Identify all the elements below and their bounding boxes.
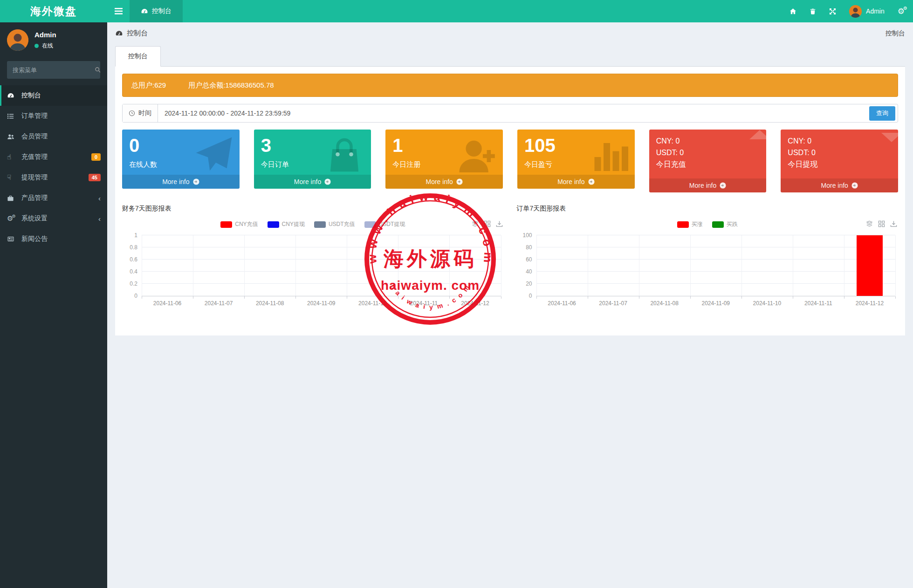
hand-down-icon: ☟ [7,174,19,181]
x-axis-tick-label: 2024-11-08 [650,300,679,307]
sidebar-search [7,61,100,79]
legend-item[interactable]: USDT充值 [314,220,355,228]
fullscreen-icon[interactable] [829,8,836,15]
sidebar-item-products[interactable]: 产品管理‹ [0,188,107,208]
sidebar-item-label: 充值管理 [21,153,48,161]
legend-item[interactable]: USDT提现 [364,220,405,228]
more-info-link[interactable]: More info [517,175,635,189]
y-axis-tick-label: 0.8 [130,244,137,251]
sidebar-item-withdraw[interactable]: ☟提现管理45 [0,167,107,188]
navbar-tab-dashboard[interactable]: 控制台 [130,0,183,22]
y-axis-tick-label: 0.4 [130,268,137,275]
info-box-label: 今日充值 [656,159,760,171]
y-axis-tick-label: 1 [134,232,137,239]
orders-7day-chart: 订单7天图形报表 买涨买跌 [517,205,899,313]
search-input[interactable] [7,61,95,79]
breadcrumb-label: 控制台 [127,29,148,38]
x-axis-tick-label: 2024-11-08 [256,300,284,307]
sidebar-badge: 0 [91,153,101,161]
legend-swatch [712,221,724,228]
navbar-username: Admin [866,7,885,15]
legend-item[interactable]: CNY提现 [268,220,305,228]
x-axis-tick-label: 2024-11-11 [410,300,438,307]
sidebar-user-panel: Admin 在线 [0,22,107,56]
download-icon[interactable] [890,220,897,227]
home-icon[interactable] [789,8,796,15]
arrow-circle-right-icon [193,178,199,185]
chart-plot: 0204060801002024-11-062024-11-072024-11-… [536,235,896,296]
download-icon[interactable] [496,220,503,227]
sidebar-item-label: 提现管理 [21,173,48,182]
search-button[interactable] [95,61,100,79]
x-axis-tick-label: 2024-11-07 [599,300,627,307]
news-icon [7,236,19,242]
legend-swatch [314,221,326,228]
users-icon [7,133,19,140]
sidebar-item-news[interactable]: 新闻公告 [0,229,107,249]
sidebar-item-dashboard[interactable]: 控制台 [0,85,107,106]
x-axis-tick-label: 2024-11-10 [358,300,387,307]
sidebar-item-orders[interactable]: 订单管理 [0,106,107,126]
data-view-icon[interactable] [484,220,491,227]
chart-title: 订单7天图形报表 [517,205,899,213]
chart-bar [857,235,883,296]
info-box-cny: CNY: 0 [656,136,760,147]
more-info-link[interactable]: More info [649,178,767,192]
x-axis-tick-label: 2024-11-06 [548,300,576,307]
more-info-link[interactable]: More info [385,175,503,189]
y-axis-tick-label: 100 [522,232,532,239]
x-axis-tick-label: 2024-11-12 [856,300,884,307]
sidebar-item-members[interactable]: 会员管理 [0,126,107,147]
x-axis-tick-label: 2024-11-09 [702,300,730,307]
info-box-cny: CNY: 0 [788,136,891,147]
y-axis-tick-label: 80 [526,244,532,251]
info-box-usdt: USDT: 0 [788,147,891,159]
breadcrumb-right: 控制台 [886,29,905,38]
navbar-user-menu[interactable]: Admin [849,5,885,18]
query-button[interactable]: 查询 [869,106,895,121]
trash-icon[interactable] [810,8,816,15]
sidebar-user-name: Admin [34,31,56,39]
date-range-input[interactable] [158,104,865,122]
info-box-today-orders: 3 今日订单 More info [254,130,371,189]
content-header: 控制台 控制台 [107,22,913,42]
sidebar-item-label: 订单管理 [21,112,48,120]
sidebar-badge: 45 [89,174,101,181]
legend-item[interactable]: 买跌 [712,220,738,228]
info-box-label: 今日注册 [392,160,496,169]
gears-icon[interactable]: ⚙⚙ [898,7,905,15]
x-axis-tick-label: 2024-11-12 [461,300,489,307]
tab-dashboard[interactable]: 控制台 [115,46,161,67]
data-view-icon[interactable] [878,220,885,227]
stack-toggle-icon[interactable] [472,220,479,227]
stack-toggle-icon[interactable] [866,220,873,227]
info-box-label: 今日订单 [261,160,364,169]
legend-item[interactable]: 买涨 [677,220,703,228]
sidebar-item-recharge[interactable]: ☝充值管理0 [0,147,107,167]
arrow-circle-right-icon [720,182,726,189]
sidebar-menu: 控制台订单管理会员管理☝充值管理0☟提现管理45产品管理‹⚙⚙系统设置‹新闻公告 [0,85,107,249]
more-info-link[interactable]: More info [254,175,371,189]
info-box-value: 0 [129,136,233,155]
more-info-link[interactable]: More info [122,175,240,189]
legend-item[interactable]: CNY充值 [220,220,258,228]
sidebar-item-label: 系统设置 [21,214,48,223]
info-box-today-profit: 105 今日盈亏 More info [517,130,635,189]
main-content: 控制台 控制台 控制台 总用户:629 用户总余额:1586836505.78 … [107,22,913,335]
charts-row: 财务7天图形报表 CNY充值CNY提现USDT充值USDT提现 [122,205,898,313]
legend-label: USDT提现 [379,220,405,228]
info-box-value: 105 [524,136,628,155]
gauge-icon [7,92,19,99]
tab-strip: 控制台 [115,46,905,66]
sidebar-toggle-button[interactable] [107,0,130,22]
legend-swatch [268,221,279,228]
chevron-left-icon: ‹ [98,195,101,202]
chart-toolbox [866,220,897,227]
sidebar-item-settings[interactable]: ⚙⚙系统设置‹ [0,208,107,229]
more-info-link[interactable]: More info [781,178,898,192]
cogs-icon: ⚙⚙ [7,215,19,222]
chart-plot: 00.20.40.60.812024-11-062024-11-072024-1… [142,235,501,296]
bag-icon [7,195,19,202]
sidebar-item-label: 控制台 [21,91,41,100]
chart-toolbox [472,220,503,227]
